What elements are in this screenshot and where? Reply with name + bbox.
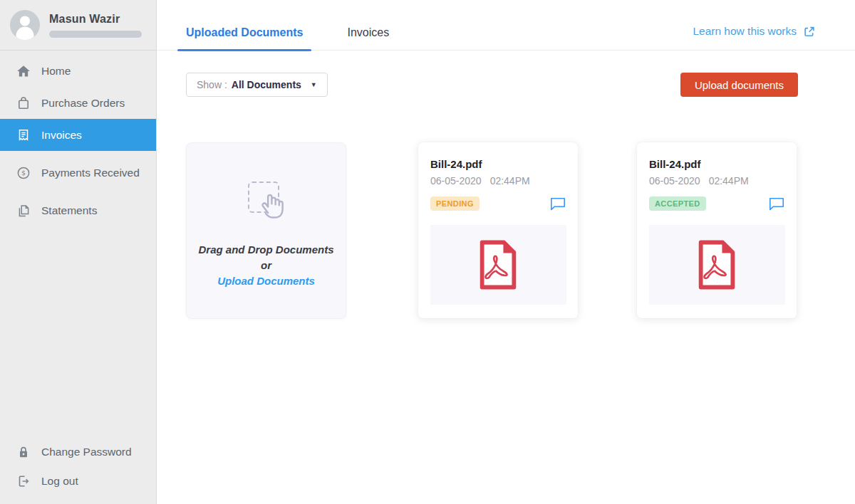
drop-zone-or: or [198, 258, 333, 273]
logout-icon [16, 473, 31, 488]
user-name: Masun Wazir [49, 13, 142, 26]
drag-drop-hand-icon [241, 180, 292, 231]
filter-label: Show : [197, 79, 227, 90]
sidebar-item-statements[interactable]: Statements [0, 194, 156, 226]
upload-documents-button[interactable]: Upload documents [680, 73, 798, 97]
pdf-icon [477, 239, 519, 290]
sidebar-item-label: Statements [41, 204, 97, 217]
header: Uploaded Documents Invoices Learn how th… [157, 0, 855, 51]
document-thumbnail [430, 225, 566, 305]
chevron-down-icon: ▼ [311, 81, 317, 88]
document-card[interactable]: Bill-24.pdf 06-05-202002:44PM PENDING [418, 142, 578, 318]
sidebar: Masun Wazir Home Purchase Orders [0, 0, 157, 504]
comment-icon[interactable] [769, 197, 784, 211]
filter-value: All Documents [232, 79, 301, 90]
document-date: 06-05-2020 [430, 175, 482, 187]
sidebar-item-label: Log out [41, 475, 78, 488]
document-name: Bill-24.pdf [430, 158, 566, 170]
invoice-icon [16, 127, 31, 142]
document-time: 02:44PM [709, 175, 749, 187]
document-datetime: 06-05-202002:44PM [649, 175, 784, 187]
sidebar-item-home[interactable]: Home [0, 55, 156, 87]
document-name: Bill-24.pdf [649, 158, 784, 170]
user-info: Masun Wazir [49, 13, 142, 38]
sidebar-nav: Home Purchase Orders Invoices [0, 51, 156, 226]
lock-icon [16, 444, 31, 459]
show-filter-dropdown[interactable]: Show : All Documents ▼ [186, 73, 328, 97]
learn-how-link-label: Learn how this works [693, 25, 797, 38]
sidebar-item-purchase-orders[interactable]: Purchase Orders [0, 87, 156, 119]
main-panel: Uploaded Documents Invoices Learn how th… [157, 0, 855, 504]
drag-drop-zone[interactable]: Drag and Drop Documents or Upload Docume… [186, 142, 346, 319]
sidebar-item-invoices[interactable]: Invoices [0, 119, 156, 151]
dollar-circle-icon: $ [16, 165, 31, 180]
document-thumbnail [649, 225, 785, 305]
sidebar-item-payments-received[interactable]: $ Payments Received [0, 157, 156, 189]
sidebar-item-label: Change Password [41, 446, 132, 458]
sidebar-footer: Change Password Log out [0, 437, 156, 495]
svg-text:$: $ [21, 169, 25, 177]
tab-uploaded-documents[interactable]: Uploaded Documents [177, 26, 311, 51]
user-profile: Masun Wazir [0, 0, 156, 51]
sidebar-item-log-out[interactable]: Log out [0, 466, 156, 495]
comment-icon[interactable] [550, 197, 566, 211]
drop-zone-text: Drag and Drop Documents or Upload Docume… [198, 242, 333, 288]
document-datetime: 06-05-202002:44PM [430, 175, 566, 187]
tab-bar: Uploaded Documents Invoices [177, 0, 398, 51]
upload-documents-link[interactable]: Upload Documents [198, 273, 333, 289]
tab-invoices[interactable]: Invoices [338, 26, 398, 51]
drop-zone-line1: Drag and Drop Documents [198, 242, 333, 258]
status-badge: ACCEPTED [649, 196, 706, 211]
external-link-icon [803, 26, 815, 38]
sidebar-item-label: Invoices [41, 129, 82, 142]
statements-icon [16, 203, 31, 218]
pdf-icon [696, 239, 737, 290]
avatar [10, 10, 40, 40]
sidebar-item-label: Home [41, 65, 71, 78]
status-badge: PENDING [430, 196, 480, 211]
learn-how-link[interactable]: Learn how this works [693, 25, 815, 38]
document-grid: Drag and Drop Documents or Upload Docume… [186, 142, 855, 319]
toolbar: Show : All Documents ▼ Upload documents [186, 73, 798, 97]
shopping-bag-icon [16, 95, 31, 110]
user-subtitle-placeholder [49, 31, 142, 38]
document-card[interactable]: Bill-24.pdf 06-05-202002:44PM ACCEPTED [637, 142, 797, 318]
document-time: 02:44PM [490, 175, 530, 187]
sidebar-item-label: Purchase Orders [41, 97, 125, 110]
sidebar-item-change-password[interactable]: Change Password [0, 437, 156, 466]
sidebar-item-label: Payments Received [41, 167, 140, 179]
person-icon [10, 10, 40, 40]
home-icon [16, 63, 31, 78]
document-date: 06-05-2020 [649, 175, 700, 187]
